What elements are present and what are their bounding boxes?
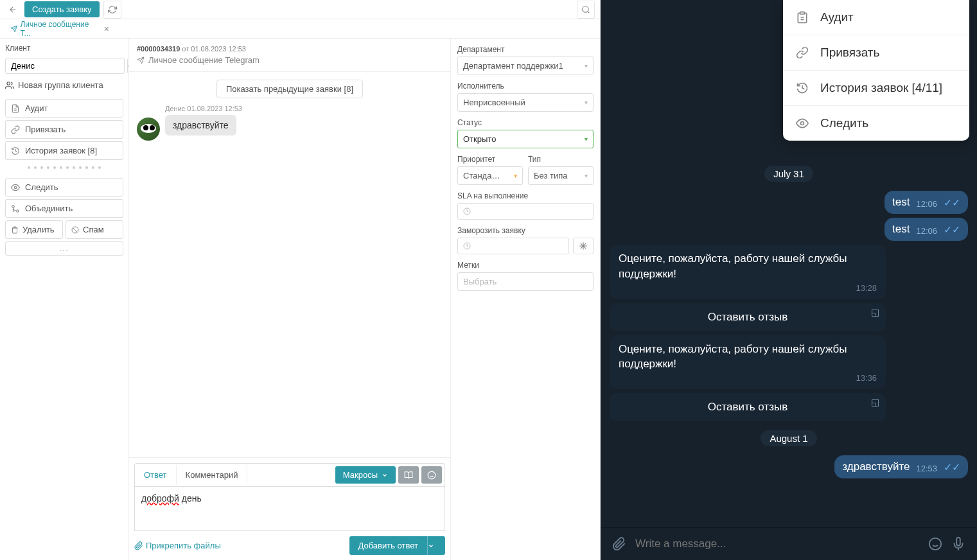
type-label: Тип [528,155,594,164]
merge-button[interactable]: Объединить [5,199,123,218]
telegram-input-bar [601,527,977,560]
message-meta: Денис 01.08.2023 12:53 [165,105,242,112]
message-input[interactable] [635,538,919,550]
ticket-id-line: #0000034319 от 01.08.2023 12:53 [137,45,443,53]
messages-area: Денис 01.08.2023 12:53 здравствуйте [129,105,450,457]
emoji-button[interactable] [421,466,442,484]
search-button[interactable] [577,1,595,19]
external-icon: ◱ [871,397,879,407]
message-bubble: здравствуйте [165,115,236,136]
audit-button[interactable]: Аудит [5,99,123,118]
reply-area: Ответ Комментарий Макросы [129,457,450,560]
bind-button[interactable]: Привязать [5,120,123,139]
history-button[interactable]: История заявок [8] [5,141,123,160]
client-input[interactable] [5,58,125,74]
out-message[interactable]: здравствуйте 12:53 ✓✓ [834,455,968,478]
date-badge: August 1 [761,430,816,446]
submit-dropdown[interactable] [427,536,445,555]
ticket-properties: Департамент Департамент поддержки1▾ Испо… [451,39,600,560]
macros-button[interactable]: Макросы [335,466,396,484]
show-previous-button[interactable]: Показать предыдущие заявки [8] [216,80,363,98]
tags-label: Метки [457,261,594,270]
svg-rect-10 [800,12,805,14]
status-select[interactable]: Открыто▾ [457,130,594,148]
watch-button[interactable]: Следить [5,178,123,197]
eye-icon [796,117,809,130]
feedback-button[interactable]: ◱ Оставить отзыв [610,393,886,421]
telegram-app: Аудит Привязать История заявок [4/11] Сл… [601,0,977,560]
attach-icon[interactable] [612,537,626,551]
department-select[interactable]: Департамент поддержки1▾ [457,57,594,75]
checkmark-icon: ✓✓ [944,223,960,236]
svg-point-5 [12,205,15,207]
attach-button[interactable]: Прикрепить файлы [134,541,221,550]
message-item: Денис 01.08.2023 12:53 здравствуйте [137,105,443,141]
svg-point-4 [17,209,19,212]
freeze-input[interactable] [457,238,569,254]
svg-point-3 [14,186,17,189]
reply-tab[interactable]: Ответ [135,465,177,485]
tg-menu-audit[interactable]: Аудит [783,0,969,35]
telegram-dropdown-menu: Аудит Привязать История заявок [4/11] Сл… [783,0,969,141]
out-message[interactable]: test 12:06 ✓✓ [885,191,968,214]
priority-select[interactable]: Стандартно▾ [457,166,523,185]
snowflake-button[interactable] [573,238,594,254]
department-label: Департамент [457,45,594,54]
close-icon[interactable]: × [104,24,109,34]
tab-label: Личное сообщение Т... [20,20,97,38]
sla-input[interactable] [457,203,594,220]
avatar [137,118,160,141]
external-icon: ◱ [871,307,879,317]
out-message[interactable]: test 12:06 ✓✓ [885,218,968,241]
tab-ticket[interactable]: Личное сообщение Т... × [5,17,114,40]
tabs-bar: Личное сообщение Т... × [0,19,600,39]
svg-point-12 [929,538,941,550]
kb-button[interactable] [398,466,419,484]
tg-menu-watch[interactable]: Следить [783,106,969,141]
emoji-icon[interactable] [928,537,942,551]
spam-button[interactable]: Спам [66,220,123,239]
link-icon [796,46,809,59]
dots-separator [5,164,123,171]
clipboard-icon [796,11,809,24]
svg-point-7 [428,471,436,479]
status-label: Статус [457,118,594,127]
in-message[interactable]: Оцените, пожалуйста, работу нашей службы… [610,245,886,299]
more-button[interactable]: ... [5,241,123,256]
comment-tab[interactable]: Комментарий [177,465,248,485]
svg-point-11 [801,122,804,125]
ticket-center: #0000034319 от 01.08.2023 12:53 Личное с… [128,39,451,560]
checkmark-icon: ✓✓ [944,197,960,209]
topbar: Создать заявку [0,0,600,19]
back-button[interactable] [5,2,21,17]
left-sidebar: Клиент Новая группа клиента Аудит Привяз [0,39,128,560]
tg-menu-history[interactable]: История заявок [4/11] [783,71,969,106]
priority-label: Приоритет [457,155,523,164]
date-badge: July 31 [764,166,813,182]
ticket-source: Личное сообщение Telegram [137,55,443,65]
create-ticket-button[interactable]: Создать заявку [24,1,100,17]
in-message[interactable]: Оцените, пожалуйста, работу нашей службы… [610,335,886,390]
tg-menu-bind[interactable]: Привязать [783,35,969,71]
svg-point-0 [583,6,588,12]
svg-point-2 [7,82,10,85]
history-icon [796,82,809,94]
checkmark-icon: ✓✓ [944,461,960,473]
reply-textarea[interactable]: доброфй день [134,486,445,531]
delete-button[interactable]: Удалить [5,220,63,239]
new-client-group[interactable]: Новая группа клиента [5,78,123,92]
type-select[interactable]: Без типа▾ [528,166,594,185]
helpdesk-app: Создать заявку Личное сообщение Т... × К… [0,0,601,560]
client-label: Клиент [5,44,123,53]
tags-select[interactable]: Выбрать [457,272,594,291]
executor-select[interactable]: Неприсвоенный▾ [457,93,594,112]
sla-label: SLA на выполнение [457,191,594,200]
mic-icon[interactable] [951,537,965,551]
refresh-button[interactable] [103,1,121,19]
executor-label: Исполнитель [457,82,594,91]
feedback-button[interactable]: ◱ Оставить отзыв [610,303,886,331]
freeze-label: Заморозить заявку [457,226,594,235]
submit-reply-button[interactable]: Добавить ответ [349,536,427,555]
